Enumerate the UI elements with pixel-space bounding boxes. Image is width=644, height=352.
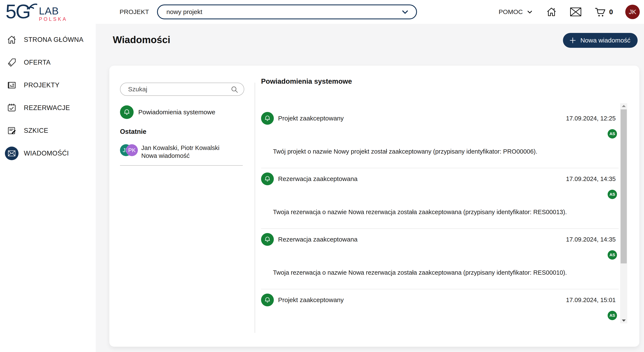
search-input[interactable] [120,83,244,96]
notification-datetime: 17.09.2024, 14:35 [566,176,616,182]
triangle-down-icon [622,320,626,322]
brand-lab: LAB [39,6,68,16]
notification-header: Projekt zaakceptowany 17.09.2024, 15:01 [261,294,619,306]
home-icon [5,33,19,47]
sidebar-item-oferta[interactable]: OFERTA [0,51,96,74]
notifications-list: Projekt zaakceptowany 17.09.2024, 12:25 … [261,103,619,323]
conversation-names: Jan Kowalski, Piotr Kowalski [141,144,219,152]
sidebar-item-projekty[interactable]: PROJEKTY [0,74,96,96]
search-icon [230,85,239,94]
new-message-label: Nowa wiadomość [580,37,630,44]
sidebar-item-wiadomosci[interactable]: WIADOMOŚĆI [0,142,96,165]
bell-icon [261,233,274,246]
search-box [120,83,244,96]
divider [261,168,619,168]
project-select[interactable]: nowy projekt [157,4,417,19]
home-button[interactable] [546,6,557,18]
sender-avatar: AS [608,311,617,320]
avatar-initials: PK [128,147,136,154]
notification-body: Twoja rezerwacja o nazwie Nowa rezerwacj… [273,209,567,216]
chevron-down-icon [526,8,533,15]
brand-5g: 5G [6,2,30,21]
panel-divider [255,83,255,333]
tag-icon [5,55,19,69]
sidebar-item-label: PROJEKTY [24,81,60,89]
divider [261,228,619,229]
notification-header: Rezerwacja zaakceptowana 17.09.2024, 14:… [261,173,619,185]
cart-count-badge: 0 [609,8,613,16]
note-pen-icon [5,124,19,138]
notification-item: Projekt zaakceptowany 17.09.2024, 15:01 … [261,294,619,323]
notification-title: Rezerwacja zaakceptowana [278,236,358,243]
chevron-down-icon [400,7,410,16]
notification-datetime: 17.09.2024, 12:25 [566,115,616,122]
notification-header: Rezerwacja zaakceptowana 17.09.2024, 14:… [261,233,619,246]
system-notifications-channel[interactable]: Powiadomienia systemowe [120,105,245,119]
scroll-up-arrow[interactable] [620,103,627,109]
sidebar: STRONA GŁÓWNA OFERTA PROJEKTY [0,24,96,352]
sidebar-item-label: WIADOMOŚĆI [24,150,69,157]
notification-body: Twoja rezerwacja o nazwie Nowa rezerwacj… [273,269,567,276]
project-selector-group: PROJEKT nowy projekt [120,0,417,24]
brand-logo: 5G LAB POLSKA [6,2,68,22]
cart-icon [594,6,606,18]
brand-text: LAB POLSKA [39,2,68,22]
cart-button[interactable]: 0 [594,6,613,18]
notification-body: Twój projekt o nazwie Nowy projekt zosta… [273,148,538,155]
new-message-button[interactable]: Nowa wiadomość [563,33,638,48]
scrollbar-thumb[interactable] [620,109,627,263]
conversation-avatars: JK PK [120,144,138,156]
conversation-item[interactable]: JK PK Jan Kowalski, Piotr Kowalski Nowa … [120,144,243,166]
blueprint-icon [5,78,19,92]
page-title: Wiadomości [113,34,170,45]
user-initials: JK [629,8,636,15]
help-menu[interactable]: POMOC [499,8,533,15]
divider [261,289,619,289]
recent-heading: Ostatnie [120,128,245,136]
project-label: PROJEKT [120,8,149,15]
scrollbar [620,103,627,323]
mail-button[interactable] [570,6,582,17]
notifications-scroll-area: Projekt zaakceptowany 17.09.2024, 12:25 … [261,103,619,323]
sender-avatar: AS [608,250,617,260]
bell-icon [120,105,134,119]
envelope-icon [5,147,18,160]
sidebar-item-label: OFERTA [24,59,51,66]
messages-card: Powiadomienia systemowe Ostatnie JK PK J… [109,66,639,347]
notification-title: Rezerwacja zaakceptowana [278,175,358,182]
sidebar-item-szkice[interactable]: SZKICE [0,119,96,142]
sender-avatar: AS [608,129,617,139]
conversation-text: Jan Kowalski, Piotr Kowalski Nowa wiadom… [141,144,219,160]
notification-datetime: 17.09.2024, 15:01 [566,297,616,304]
notification-item: Rezerwacja zaakceptowana 17.09.2024, 14:… [261,233,619,294]
notification-item: Rezerwacja zaakceptowana 17.09.2024, 14:… [261,173,619,233]
triangle-up-icon [622,105,626,107]
plus-icon [569,36,576,44]
avatar: PK [126,144,138,156]
sidebar-item-label: REZERWACJE [24,104,70,112]
mail-icon [570,6,582,17]
home-icon [546,6,557,18]
brand-polska: POLSKA [39,16,68,22]
notification-title: Projekt zaakceptowany [278,115,344,122]
conversations-pane: Powiadomienia systemowe Ostatnie JK PK J… [120,83,245,166]
help-label: POMOC [499,8,523,15]
notification-title: Projekt zaakceptowany [278,296,344,304]
sidebar-item-strona-glowna[interactable]: STRONA GŁÓWNA [0,28,96,51]
app-root: 5G LAB POLSKA PROJEKT nowy projekt POMOC [0,0,644,352]
topbar-actions: POMOC [499,0,640,24]
sender-avatar: AS [608,190,617,199]
notification-datetime: 17.09.2024, 14:35 [566,236,616,243]
channel-label: Powiadomienia systemowe [138,109,215,116]
topbar: 5G LAB POLSKA PROJEKT nowy projekt POMOC [0,0,644,24]
notification-item: Projekt zaakceptowany 17.09.2024, 12:25 … [261,112,619,173]
user-avatar[interactable]: JK [625,5,640,19]
bell-icon [261,294,274,306]
main-content: Wiadomości Nowa wiadomość [96,24,644,352]
scroll-down-arrow[interactable] [620,318,627,323]
project-select-value: nowy projekt [166,8,202,15]
calendar-check-icon [5,101,19,115]
signal-arcs-icon [26,0,37,10]
notifications-heading: Powiadomienia systemowe [261,77,352,85]
sidebar-item-rezerwacje[interactable]: REZERWACJE [0,96,96,119]
